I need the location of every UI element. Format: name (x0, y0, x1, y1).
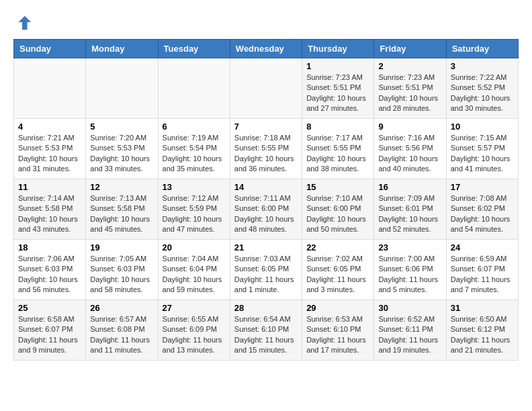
day-info: Sunrise: 7:18 AM Sunset: 5:55 PM Dayligh… (234, 133, 298, 175)
calendar-cell: 5Sunrise: 7:20 AM Sunset: 5:53 PM Daylig… (86, 119, 158, 179)
calendar-cell: 7Sunrise: 7:18 AM Sunset: 5:55 PM Daylig… (230, 119, 302, 179)
day-number: 31 (451, 303, 514, 313)
day-number: 26 (90, 303, 153, 313)
calendar-cell: 15Sunrise: 7:10 AM Sunset: 6:00 PM Dayli… (302, 179, 374, 240)
calendar-cell: 13Sunrise: 7:12 AM Sunset: 5:59 PM Dayli… (158, 179, 230, 240)
column-header-saturday: Saturday (446, 40, 518, 58)
day-info: Sunrise: 7:14 AM Sunset: 5:58 PM Dayligh… (18, 193, 81, 235)
day-info: Sunrise: 7:17 AM Sunset: 5:55 PM Dayligh… (306, 133, 369, 175)
column-header-thursday: Thursday (302, 40, 374, 58)
day-number: 8 (306, 122, 369, 132)
calendar-cell: 18Sunrise: 7:06 AM Sunset: 6:03 PM Dayli… (14, 240, 86, 300)
calendar-week-2: 4Sunrise: 7:21 AM Sunset: 5:53 PM Daylig… (14, 119, 519, 179)
calendar-cell: 16Sunrise: 7:09 AM Sunset: 6:01 PM Dayli… (374, 179, 446, 240)
day-info: Sunrise: 6:52 AM Sunset: 6:11 PM Dayligh… (378, 314, 441, 356)
calendar-cell: 8Sunrise: 7:17 AM Sunset: 5:55 PM Daylig… (302, 119, 374, 179)
calendar-week-4: 18Sunrise: 7:06 AM Sunset: 6:03 PM Dayli… (14, 240, 519, 300)
column-header-monday: Monday (86, 40, 158, 58)
day-info: Sunrise: 6:57 AM Sunset: 6:08 PM Dayligh… (90, 314, 153, 356)
day-info: Sunrise: 7:22 AM Sunset: 5:52 PM Dayligh… (451, 73, 514, 114)
calendar-cell (230, 58, 302, 119)
day-number: 23 (378, 242, 441, 253)
day-info: Sunrise: 6:53 AM Sunset: 6:10 PM Dayligh… (306, 314, 369, 356)
day-number: 12 (90, 182, 153, 192)
calendar-cell: 11Sunrise: 7:14 AM Sunset: 5:58 PM Dayli… (14, 179, 86, 240)
day-number: 19 (90, 242, 153, 253)
calendar-cell: 31Sunrise: 6:50 AM Sunset: 6:12 PM Dayli… (446, 300, 518, 361)
day-info: Sunrise: 7:00 AM Sunset: 6:06 PM Dayligh… (378, 254, 441, 295)
day-info: Sunrise: 7:05 AM Sunset: 6:03 PM Dayligh… (90, 254, 153, 295)
day-number: 10 (451, 122, 514, 132)
column-header-tuesday: Tuesday (158, 40, 230, 58)
calendar-table: SundayMondayTuesdayWednesdayThursdayFrid… (13, 39, 519, 361)
calendar-cell: 25Sunrise: 6:58 AM Sunset: 6:07 PM Dayli… (14, 300, 86, 361)
day-info: Sunrise: 6:54 AM Sunset: 6:10 PM Dayligh… (234, 314, 298, 356)
day-number: 24 (451, 242, 514, 253)
day-info: Sunrise: 7:13 AM Sunset: 5:58 PM Dayligh… (90, 193, 153, 235)
column-header-wednesday: Wednesday (230, 40, 302, 58)
day-info: Sunrise: 7:08 AM Sunset: 6:02 PM Dayligh… (451, 193, 514, 235)
calendar-cell (158, 58, 230, 119)
day-info: Sunrise: 7:20 AM Sunset: 5:53 PM Dayligh… (90, 133, 153, 175)
calendar-cell: 6Sunrise: 7:19 AM Sunset: 5:54 PM Daylig… (158, 119, 230, 179)
calendar-cell: 10Sunrise: 7:15 AM Sunset: 5:57 PM Dayli… (446, 119, 518, 179)
day-info: Sunrise: 7:09 AM Sunset: 6:01 PM Dayligh… (378, 193, 441, 235)
day-number: 11 (18, 182, 81, 192)
calendar-week-3: 11Sunrise: 7:14 AM Sunset: 5:58 PM Dayli… (14, 179, 519, 240)
day-number: 7 (234, 122, 298, 132)
day-info: Sunrise: 7:10 AM Sunset: 6:00 PM Dayligh… (306, 193, 369, 235)
day-info: Sunrise: 7:23 AM Sunset: 5:51 PM Dayligh… (378, 73, 441, 114)
day-number: 30 (378, 303, 441, 313)
logo-icon (13, 13, 32, 32)
day-number: 27 (163, 303, 226, 313)
calendar-cell: 9Sunrise: 7:16 AM Sunset: 5:56 PM Daylig… (374, 119, 446, 179)
calendar-cell: 3Sunrise: 7:22 AM Sunset: 5:52 PM Daylig… (446, 58, 518, 119)
calendar-cell: 12Sunrise: 7:13 AM Sunset: 5:58 PM Dayli… (86, 179, 158, 240)
day-info: Sunrise: 7:16 AM Sunset: 5:56 PM Dayligh… (378, 133, 441, 175)
day-number: 1 (306, 61, 369, 71)
calendar-cell: 4Sunrise: 7:21 AM Sunset: 5:53 PM Daylig… (14, 119, 86, 179)
day-number: 15 (306, 182, 369, 192)
day-number: 13 (163, 182, 226, 192)
day-number: 29 (306, 303, 369, 313)
calendar-cell: 21Sunrise: 7:03 AM Sunset: 6:05 PM Dayli… (230, 240, 302, 300)
calendar-cell: 29Sunrise: 6:53 AM Sunset: 6:10 PM Dayli… (302, 300, 374, 361)
day-info: Sunrise: 7:15 AM Sunset: 5:57 PM Dayligh… (451, 133, 514, 175)
day-number: 21 (234, 242, 298, 253)
day-number: 9 (378, 122, 441, 132)
day-info: Sunrise: 7:02 AM Sunset: 6:05 PM Dayligh… (306, 254, 369, 295)
column-header-sunday: Sunday (14, 40, 86, 58)
calendar-cell: 23Sunrise: 7:00 AM Sunset: 6:06 PM Dayli… (374, 240, 446, 300)
calendar-cell (14, 58, 86, 119)
logo (13, 13, 35, 32)
column-header-friday: Friday (374, 40, 446, 58)
calendar-cell: 30Sunrise: 6:52 AM Sunset: 6:11 PM Dayli… (374, 300, 446, 361)
day-info: Sunrise: 7:21 AM Sunset: 5:53 PM Dayligh… (18, 133, 81, 175)
day-number: 14 (234, 182, 298, 192)
day-info: Sunrise: 7:11 AM Sunset: 6:00 PM Dayligh… (234, 193, 298, 235)
calendar-cell: 26Sunrise: 6:57 AM Sunset: 6:08 PM Dayli… (86, 300, 158, 361)
calendar-cell: 28Sunrise: 6:54 AM Sunset: 6:10 PM Dayli… (230, 300, 302, 361)
day-info: Sunrise: 7:06 AM Sunset: 6:03 PM Dayligh… (18, 254, 81, 295)
calendar-cell (86, 58, 158, 119)
day-info: Sunrise: 6:55 AM Sunset: 6:09 PM Dayligh… (163, 314, 226, 356)
calendar-week-5: 25Sunrise: 6:58 AM Sunset: 6:07 PM Dayli… (14, 300, 519, 361)
day-number: 2 (378, 61, 441, 71)
calendar-cell: 2Sunrise: 7:23 AM Sunset: 5:51 PM Daylig… (374, 58, 446, 119)
day-number: 16 (378, 182, 441, 192)
day-info: Sunrise: 7:23 AM Sunset: 5:51 PM Dayligh… (306, 73, 369, 114)
calendar-cell: 19Sunrise: 7:05 AM Sunset: 6:03 PM Dayli… (86, 240, 158, 300)
calendar-cell: 17Sunrise: 7:08 AM Sunset: 6:02 PM Dayli… (446, 179, 518, 240)
day-info: Sunrise: 7:12 AM Sunset: 5:59 PM Dayligh… (163, 193, 226, 235)
day-info: Sunrise: 7:19 AM Sunset: 5:54 PM Dayligh… (163, 133, 226, 175)
day-number: 5 (90, 122, 153, 132)
calendar-cell: 24Sunrise: 6:59 AM Sunset: 6:07 PM Dayli… (446, 240, 518, 300)
day-info: Sunrise: 6:50 AM Sunset: 6:12 PM Dayligh… (451, 314, 514, 356)
day-info: Sunrise: 6:58 AM Sunset: 6:07 PM Dayligh… (18, 314, 81, 356)
day-number: 18 (18, 242, 81, 253)
calendar-cell: 20Sunrise: 7:04 AM Sunset: 6:04 PM Dayli… (158, 240, 230, 300)
calendar-cell: 14Sunrise: 7:11 AM Sunset: 6:00 PM Dayli… (230, 179, 302, 240)
day-number: 22 (306, 242, 369, 253)
calendar-cell: 27Sunrise: 6:55 AM Sunset: 6:09 PM Dayli… (158, 300, 230, 361)
calendar-cell: 1Sunrise: 7:23 AM Sunset: 5:51 PM Daylig… (302, 58, 374, 119)
